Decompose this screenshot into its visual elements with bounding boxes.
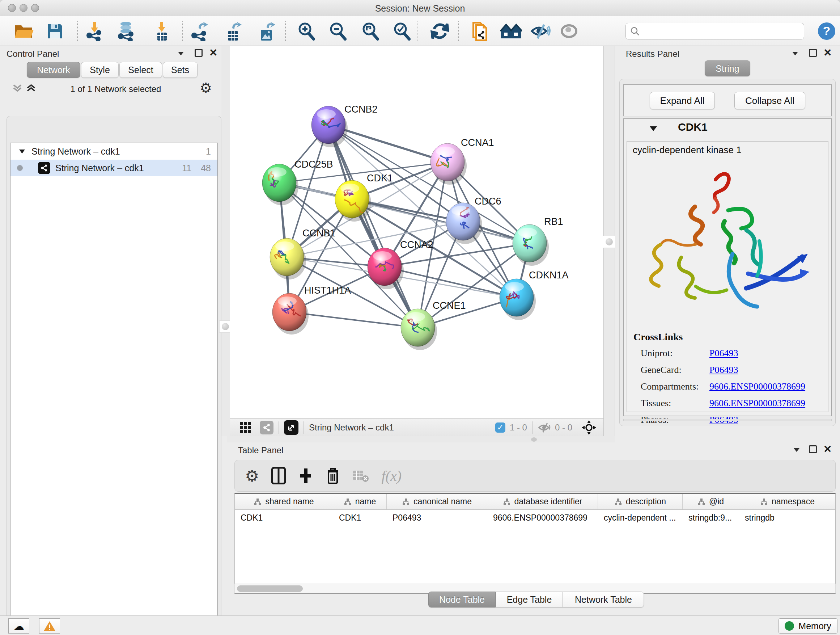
node-label-CDC25B: CDC25B — [294, 159, 333, 170]
refresh-layout-button[interactable] — [428, 19, 452, 43]
network-row[interactable]: String Network – cdk1 11 48 — [11, 160, 218, 176]
bottom-splitter-handle[interactable] — [531, 437, 537, 442]
curved-arrow-icon — [267, 22, 275, 28]
crosslink-genecard-link[interactable]: P06493 — [709, 364, 738, 375]
import-table-file-button[interactable] — [150, 19, 174, 43]
tab-network-table[interactable]: Network Table — [563, 592, 644, 608]
expand-all-icon[interactable] — [26, 84, 36, 93]
collapse-all-icon[interactable] — [12, 84, 22, 93]
table-hscroll-thumb[interactable] — [237, 585, 303, 592]
entry-gene-name: CDK1 — [678, 121, 707, 133]
tab-sets[interactable]: Sets — [163, 62, 197, 78]
undock-panel-icon[interactable] — [809, 445, 817, 453]
show-columns-icon[interactable] — [271, 467, 286, 485]
show-details-button[interactable] — [557, 19, 581, 43]
cell-name[interactable]: CDK1 — [333, 510, 387, 526]
cell-shared-name[interactable]: CDK1 — [235, 510, 333, 526]
crosslink-uniprot-link[interactable]: P06493 — [709, 348, 738, 359]
open-in-window-icon[interactable] — [284, 420, 298, 435]
results-scrollbar[interactable] — [623, 419, 832, 421]
warnings-button[interactable] — [39, 618, 60, 633]
network-canvas[interactable]: CCNB2CCNA1CDC25BCDK1CDC6RB1CCNB1CCNA2CDK… — [230, 46, 603, 418]
eye-slash-icon — [531, 22, 551, 40]
selected-checkbox[interactable]: ✓ — [495, 423, 505, 432]
column-header-description[interactable]: description — [598, 494, 683, 509]
fit-content-crosshair-icon[interactable] — [582, 420, 596, 435]
node-table[interactable]: shared namenamecanonical namedatabase id… — [234, 493, 836, 584]
eye-icon — [560, 22, 578, 40]
share-view-icon[interactable] — [260, 421, 273, 434]
close-panel-icon[interactable]: ✕ — [823, 47, 832, 59]
left-splitter[interactable] — [221, 46, 230, 436]
import-network-file-button[interactable] — [82, 19, 106, 43]
viewbar-divider — [303, 421, 304, 434]
hide-details-button[interactable] — [529, 19, 553, 43]
crosslink-tissues-link[interactable]: 9606.ENSP00000378699 — [709, 398, 805, 409]
options-gear-icon[interactable]: ⚙ — [200, 80, 212, 96]
column-header-name[interactable]: name — [333, 494, 387, 509]
open-session-button[interactable] — [12, 19, 36, 43]
tab-select[interactable]: Select — [119, 62, 162, 78]
node-label-CDC6: CDC6 — [475, 196, 501, 207]
cell--id[interactable]: stringdb:9... — [683, 510, 739, 526]
close-panel-icon[interactable]: ✕ — [823, 443, 832, 455]
tree-expand-icon[interactable] — [19, 149, 26, 154]
expand-all-button[interactable]: Expand All — [650, 92, 715, 109]
table-row[interactable]: CDK1CDK1P064939606.ENSP00000378699cyclin… — [235, 510, 835, 526]
table-options-gear-icon[interactable]: ⚙ — [245, 467, 259, 485]
close-panel-icon[interactable]: ✕ — [209, 47, 218, 59]
network-graph[interactable]: CCNB2CCNA1CDC25BCDK1CDC6RB1CCNB1CCNA2CDK… — [230, 46, 603, 418]
search-input[interactable] — [639, 26, 795, 36]
undock-panel-icon[interactable] — [809, 49, 817, 57]
column-header-canonical-name[interactable]: canonical name — [387, 494, 487, 509]
network-collection-row[interactable]: String Network – cdk1 1 — [11, 143, 218, 160]
export-network-button[interactable] — [187, 19, 211, 43]
collapse-all-button[interactable]: Collapse All — [734, 92, 805, 109]
column-header--id[interactable]: @id — [683, 494, 739, 509]
zoom-selected-button[interactable] — [390, 19, 414, 43]
entry-collapse-icon[interactable] — [649, 125, 658, 132]
help-button[interactable]: ? — [815, 19, 838, 43]
cloud-button[interactable]: ☁ — [8, 618, 29, 633]
node-label-CCNA2: CCNA2 — [400, 239, 433, 250]
cell-namespace[interactable]: stringdb — [739, 510, 836, 526]
houses-button[interactable] — [499, 19, 523, 43]
cell-database-identifier[interactable]: 9606.ENSP00000378699 — [487, 510, 598, 526]
delete-table-icon[interactable] — [352, 469, 369, 482]
delete-column-icon[interactable] — [325, 467, 340, 485]
cell-canonical-name[interactable]: P06493 — [387, 510, 487, 526]
right-splitter[interactable] — [603, 46, 615, 436]
memory-label: Memory — [798, 621, 831, 631]
left-splitter-handle[interactable] — [219, 320, 232, 333]
save-floppy-icon — [46, 22, 64, 40]
column-header-shared-name[interactable]: shared name — [235, 494, 333, 509]
float-panel-icon[interactable] — [177, 50, 185, 56]
zoom-in-button[interactable] — [294, 19, 318, 43]
cell-description[interactable]: cyclin-dependent ... — [598, 510, 683, 526]
tab-node-table[interactable]: Node Table — [428, 592, 496, 608]
birdseye-grid-icon[interactable] — [240, 421, 252, 434]
tab-network[interactable]: Network — [27, 62, 80, 78]
export-image-button[interactable] — [255, 19, 279, 43]
float-panel-icon[interactable] — [791, 50, 799, 56]
save-session-button[interactable] — [43, 19, 67, 43]
hidden-eye-icon[interactable] — [538, 422, 552, 433]
tab-style[interactable]: Style — [81, 62, 118, 78]
column-header-database-identifier[interactable]: database identifier — [487, 494, 598, 509]
memory-button[interactable]: Memory — [778, 618, 837, 633]
right-splitter-handle[interactable] — [603, 236, 615, 248]
string-import-button[interactable] — [469, 19, 493, 43]
function-builder-icon[interactable]: f(x) — [381, 467, 401, 485]
crosslink-compartments-link[interactable]: 9606.ENSP00000378699 — [709, 381, 805, 392]
column-header-namespace[interactable]: namespace — [739, 494, 836, 509]
add-column-icon[interactable] — [298, 467, 313, 485]
undock-panel-icon[interactable] — [195, 49, 202, 57]
float-panel-icon[interactable] — [793, 447, 800, 453]
export-table-button[interactable] — [221, 19, 245, 43]
zoom-out-button[interactable] — [326, 19, 350, 43]
tab-edge-table[interactable]: Edge Table — [496, 592, 563, 608]
tab-string[interactable]: String — [705, 60, 750, 76]
zoom-fit-icon — [360, 21, 381, 41]
zoom-fit-button[interactable] — [358, 19, 382, 43]
import-network-database-button[interactable] — [114, 19, 138, 43]
